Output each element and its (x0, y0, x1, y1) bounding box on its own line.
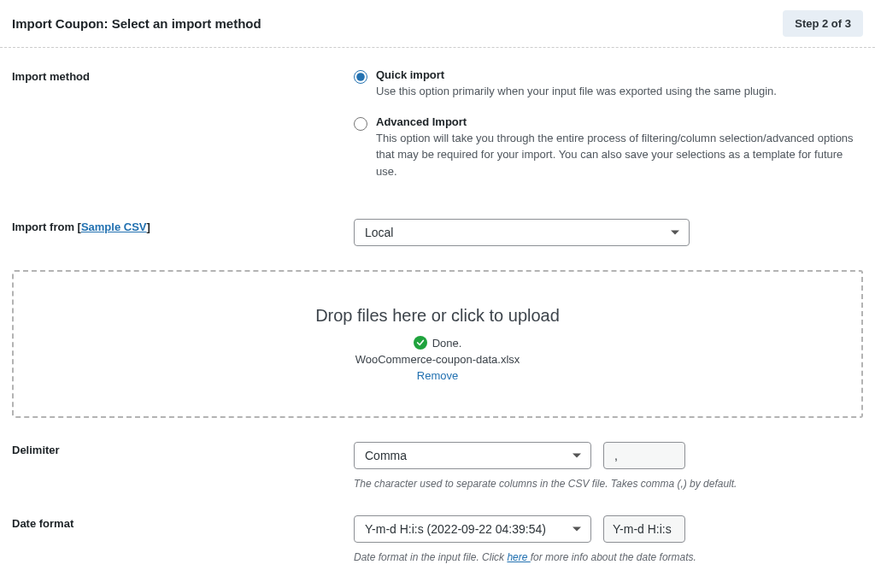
field-delimiter: Comma The character used to separate col… (354, 442, 863, 491)
field-date-format: Y-m-d H:i:s (2022-09-22 04:39:54) Y-m-d … (354, 515, 863, 565)
row-import-from: Import from [Sample CSV] Local (12, 219, 863, 246)
radio-advanced-input[interactable] (354, 117, 367, 131)
select-date-format-wrap: Y-m-d H:i:s (2022-09-22 04:39:54) (354, 515, 591, 543)
select-date-format[interactable]: Y-m-d H:i:s (2022-09-22 04:39:54) (354, 515, 591, 543)
label-import-method: Import method (12, 68, 354, 195)
date-help-link[interactable]: here (507, 551, 530, 563)
radio-advanced-import[interactable]: Advanced Import This option will take yo… (354, 115, 863, 180)
row-delimiter: Delimiter Comma The character used to se… (12, 442, 863, 491)
date-help-suffix: for more info about the date formats. (531, 551, 696, 563)
radio-quick-input[interactable] (354, 70, 367, 84)
delimiter-help: The character used to separate columns i… (354, 476, 863, 491)
field-import-from: Local (354, 219, 863, 246)
radio-advanced-title: Advanced Import (376, 115, 863, 128)
select-delimiter-wrap: Comma (354, 442, 591, 469)
dropzone-title: Drop files here or click to upload (31, 306, 844, 326)
import-from-suffix: ] (146, 220, 150, 233)
delimiter-char-input[interactable] (603, 442, 685, 469)
label-date-format: Date format (12, 515, 354, 565)
uploaded-filename: WooCommerce-coupon-data.xlsx (31, 353, 844, 366)
label-import-from: Import from [Sample CSV] (12, 219, 354, 246)
upload-done-line: Done. (31, 336, 844, 350)
radio-quick-import[interactable]: Quick import Use this option primarily w… (354, 68, 863, 100)
date-format-display: Y-m-d H:i:s (603, 515, 685, 543)
sample-csv-link[interactable]: Sample CSV (81, 220, 147, 233)
done-text: Done. (432, 337, 462, 350)
form-content: Import method Quick import Use this opti… (0, 48, 875, 588)
select-import-from-wrap: Local (354, 219, 690, 246)
radio-advanced-text: Advanced Import This option will take yo… (376, 115, 863, 180)
select-import-from[interactable]: Local (354, 219, 690, 246)
date-help-prefix: Date format in the input file. Click (354, 551, 507, 563)
check-circle-icon (414, 336, 427, 350)
row-date-format: Date format Y-m-d H:i:s (2022-09-22 04:3… (12, 515, 863, 565)
radio-advanced-desc: This option will take you through the en… (376, 132, 854, 178)
import-from-prefix: Import from [ (12, 220, 81, 233)
step-badge: Step 2 of 3 (783, 10, 863, 37)
page-title: Import Coupon: Select an import method (12, 16, 261, 31)
file-dropzone[interactable]: Drop files here or click to upload Done.… (12, 270, 863, 418)
select-delimiter[interactable]: Comma (354, 442, 591, 469)
field-import-method: Quick import Use this option primarily w… (354, 68, 863, 195)
radio-quick-desc: Use this option primarily when your inpu… (376, 85, 777, 97)
row-import-method: Import method Quick import Use this opti… (12, 68, 863, 195)
date-format-help: Date format in the input file. Click her… (354, 550, 863, 565)
radio-quick-text: Quick import Use this option primarily w… (376, 68, 863, 100)
page-header: Import Coupon: Select an import method S… (0, 0, 875, 48)
remove-file-link[interactable]: Remove (417, 369, 458, 382)
radio-quick-title: Quick import (376, 68, 863, 81)
label-delimiter: Delimiter (12, 442, 354, 491)
